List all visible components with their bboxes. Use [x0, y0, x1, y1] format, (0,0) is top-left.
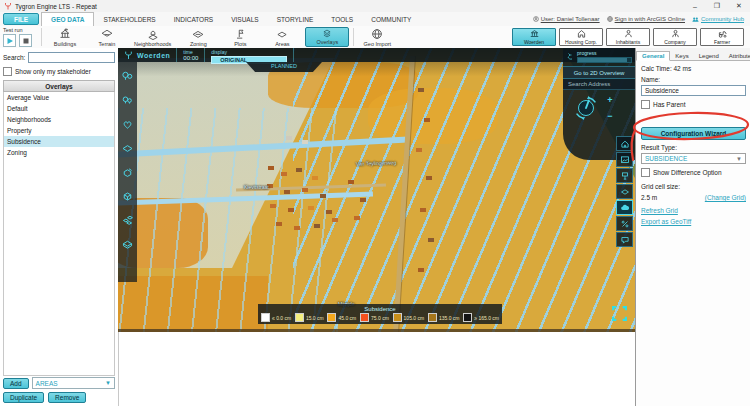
balloons-small-icon[interactable]: [121, 94, 134, 107]
add-button[interactable]: Add: [3, 378, 29, 389]
tab-stakeholders[interactable]: STAKEHOLDERS: [94, 12, 164, 26]
tab-general[interactable]: General: [636, 51, 670, 61]
community-hub-link[interactable]: Community Hub: [692, 16, 744, 23]
image-icon: [620, 155, 630, 165]
refresh-grid-link[interactable]: Refresh Grid: [641, 207, 678, 214]
show-difference-checkbox[interactable]: [641, 168, 650, 177]
zoom-out-button[interactable]: −: [605, 112, 615, 120]
flat-panel-icon[interactable]: [121, 238, 134, 251]
search-address-input[interactable]: Search Address: [563, 79, 635, 90]
legend-swatch: [463, 313, 472, 322]
home-view-button[interactable]: [616, 136, 633, 151]
maximize-icon[interactable]: ❐: [706, 0, 728, 12]
tile-icon[interactable]: [121, 142, 134, 155]
tab-legend[interactable]: Legend: [694, 52, 724, 60]
heart-icon[interactable]: [121, 118, 134, 131]
tab-storyline[interactable]: STORYLINE: [268, 12, 323, 26]
stakeholder-woerden[interactable]: Woerden: [512, 28, 556, 46]
legend-title: Subsidence: [261, 306, 499, 312]
change-grid-link[interactable]: (Change Grid): [705, 194, 746, 201]
legend-swatch: [261, 313, 270, 322]
tab-keys[interactable]: Keys: [670, 52, 693, 60]
display-planned-container: PLANNED: [246, 62, 322, 72]
layers-button[interactable]: [616, 184, 633, 199]
tool-overlays[interactable]: Overlays: [305, 27, 349, 47]
tab-geo-data[interactable]: GEO DATA: [41, 12, 94, 26]
tool-plots[interactable]: Plots: [219, 26, 261, 48]
list-item-average-value[interactable]: Average Value: [4, 92, 114, 103]
overlays-list-header: Overlays: [3, 80, 115, 92]
tool-zoning[interactable]: Zoning: [177, 26, 219, 48]
tab-indicators[interactable]: INDICATORS: [165, 12, 223, 26]
chat-button[interactable]: [616, 232, 633, 247]
box-icon[interactable]: [121, 190, 134, 203]
arcgis-signin-link[interactable]: Sign in with ArcGIS Online: [607, 16, 685, 22]
home-icon: [620, 139, 630, 149]
fullscreen-button[interactable]: [611, 305, 628, 322]
zoom-in-button[interactable]: +: [605, 96, 615, 104]
export-geotiff-link[interactable]: Export as GeoTiff: [641, 218, 691, 225]
close-icon[interactable]: ✕: [728, 0, 750, 12]
stop-icon: [22, 37, 30, 45]
edit-box-icon[interactable]: [121, 166, 134, 179]
tab-community[interactable]: COMMUNITY: [362, 12, 420, 26]
tool-terrain[interactable]: Terrain: [86, 26, 128, 48]
list-item-zoning[interactable]: Zoning: [4, 147, 114, 158]
display-planned-toggle[interactable]: PLANNED: [246, 63, 322, 69]
street-label: Kievitstraat: [244, 184, 269, 190]
duplicate-button[interactable]: Duplicate: [3, 392, 44, 403]
stakeholder-housing-corp[interactable]: Housing Corp.: [559, 28, 603, 46]
stakeholder-farmer[interactable]: Farmer: [700, 28, 744, 46]
tab-visuals[interactable]: VISUALS: [222, 12, 267, 26]
list-item-default[interactable]: Default: [4, 103, 114, 114]
house-icon: [576, 29, 587, 39]
stop-button[interactable]: [19, 34, 32, 47]
municipality-icon: [529, 29, 540, 39]
compass-control[interactable]: [571, 93, 601, 123]
blocks-icon[interactable]: [121, 214, 134, 227]
tool-buildings[interactable]: Buildings: [44, 26, 86, 48]
minimize-icon[interactable]: –: [684, 0, 706, 12]
stakeholder-inhabitants[interactable]: Inhabitants: [606, 28, 650, 46]
file-menu-button[interactable]: FILE: [3, 13, 39, 25]
list-item-property[interactable]: Property: [4, 125, 114, 136]
search-input[interactable]: [28, 52, 115, 63]
name-input[interactable]: Subsidence: [641, 85, 746, 96]
legend-swatch: [327, 313, 336, 322]
stakeholder-filter-checkbox[interactable]: [3, 67, 12, 76]
list-item-neighborhoods[interactable]: Neighborhoods: [4, 114, 114, 125]
user-account-link[interactable]: User: Daniel Tollenaar: [533, 16, 600, 22]
session-icon: [566, 52, 574, 61]
map-right-toolstrip: [616, 136, 633, 247]
tool-geo-import[interactable]: Geo Import: [356, 26, 398, 48]
tab-attributes[interactable]: Attributes: [724, 52, 750, 60]
toolbar-separator: [353, 28, 354, 46]
add-type-dropdown[interactable]: AREAS ▼: [32, 377, 115, 389]
map-top-hud: Woerden time 00:00 display ORIGINAL: [118, 48, 635, 62]
result-type-label: Result Type:: [641, 144, 746, 151]
legend-entry: 105.0 cm: [393, 313, 425, 322]
weather-overlay-button[interactable]: [616, 200, 633, 215]
play-button[interactable]: [3, 34, 16, 47]
balloons-icon[interactable]: [121, 70, 134, 83]
go-to-2d-overview-button[interactable]: Go to 2D Overview: [563, 66, 635, 79]
result-type-dropdown[interactable]: SUBSIDENCE ▼: [641, 153, 746, 164]
map-3d-viewport[interactable]: Van Teylingenweg Kievitstraat Mijzijde W…: [118, 48, 635, 332]
list-item-subsidence[interactable]: Subsidence: [4, 136, 114, 147]
has-parent-checkbox[interactable]: [641, 100, 650, 109]
configuration-wizard-button[interactable]: Configuration Wizard: [641, 127, 746, 140]
tool-areas[interactable]: Areas: [261, 26, 303, 48]
speech-bubble-icon: [620, 235, 630, 245]
indicator-button[interactable]: [616, 216, 633, 231]
tygron-map-logo-icon: [124, 50, 133, 60]
plots-icon: [233, 28, 247, 40]
stakeholder-company[interactable]: Company: [653, 28, 697, 46]
remove-button[interactable]: Remove: [48, 392, 86, 403]
billboard-button[interactable]: [616, 168, 633, 183]
business-person-icon: [670, 29, 681, 39]
time-value: 00:00: [183, 55, 198, 61]
tool-neighborhoods[interactable]: Neighborhoods: [128, 26, 177, 48]
screenshot-button[interactable]: [616, 152, 633, 167]
tab-tools[interactable]: TOOLS: [322, 12, 362, 26]
overlays-icon: [320, 29, 334, 38]
